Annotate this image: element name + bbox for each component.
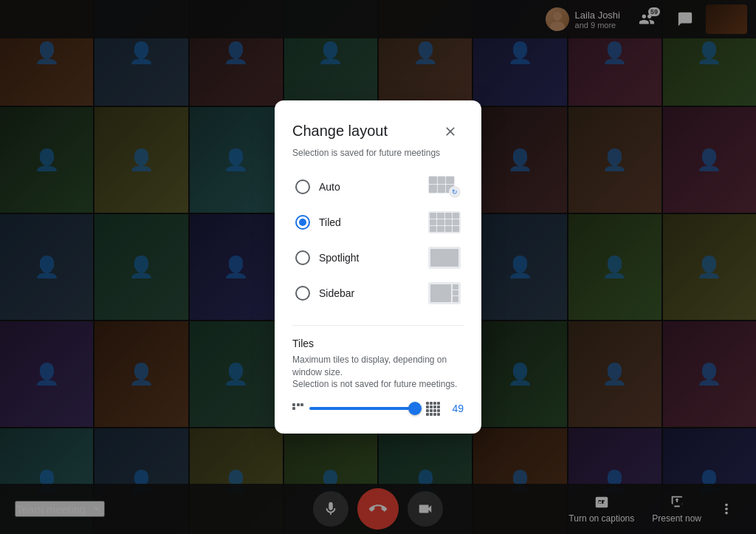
layout-options: Auto ↻ xyxy=(292,170,464,310)
auto-refresh-icon: ↻ xyxy=(449,186,461,198)
grid-dot xyxy=(297,403,300,406)
change-layout-modal: Change layout Selection is saved for fut… xyxy=(275,100,481,434)
grid-dot xyxy=(437,409,440,412)
preview-tile xyxy=(430,226,436,232)
grid-dot xyxy=(437,402,440,405)
modal-subtitle: Selection is saved for future meetings xyxy=(292,148,464,158)
preview-tile xyxy=(453,226,459,232)
layout-option-auto[interactable]: Auto ↻ xyxy=(292,170,464,204)
sidebar-main xyxy=(430,284,451,302)
preview-tile xyxy=(430,213,436,219)
grid-dot xyxy=(433,405,436,408)
preview-tile xyxy=(446,177,454,185)
preview-tile xyxy=(445,219,452,225)
grid-dot xyxy=(292,407,295,410)
tiles-description: Maximum tiles to display, depending on w… xyxy=(292,354,464,391)
grid-dot xyxy=(430,402,433,405)
layout-option-sidebar[interactable]: Sidebar xyxy=(292,276,464,310)
modal-close-button[interactable] xyxy=(437,118,464,145)
tiles-slider-container[interactable] xyxy=(309,401,420,416)
preview-tile xyxy=(437,219,444,225)
grid-dot xyxy=(300,403,303,406)
spotlight-preview xyxy=(428,247,461,269)
layout-label-auto: Auto xyxy=(319,181,340,193)
preview-tile xyxy=(453,213,459,219)
grid-dot xyxy=(426,413,429,416)
sidebar-strip-item xyxy=(453,290,458,295)
sidebar-preview xyxy=(428,282,461,304)
grid-dot xyxy=(437,405,440,408)
radio-sidebar xyxy=(295,286,310,301)
radio-auto xyxy=(295,179,310,194)
layout-option-spotlight[interactable]: Spotlight xyxy=(292,241,464,275)
preview-tile xyxy=(438,177,446,185)
sidebar-strip-item xyxy=(453,296,458,301)
grid-dot xyxy=(437,413,440,416)
grid-dot xyxy=(292,403,295,406)
layout-option-tiled[interactable]: Tiled xyxy=(292,205,464,239)
preview-tile xyxy=(453,219,459,225)
layout-option-left-tiled: Tiled xyxy=(295,215,341,230)
slider-min-icon xyxy=(292,403,303,414)
tiled-preview xyxy=(428,211,461,233)
sidebar-strip xyxy=(453,284,458,302)
slider-fill xyxy=(309,407,409,410)
grid-dot xyxy=(426,405,429,408)
modal-overlay: Change layout Selection is saved for fut… xyxy=(0,0,756,534)
preview-tile xyxy=(445,226,452,232)
slider-row: 49 xyxy=(292,401,464,416)
preview-tile xyxy=(437,213,444,219)
layout-label-sidebar: Sidebar xyxy=(319,287,354,299)
grid-dot xyxy=(433,402,436,405)
preview-tile xyxy=(429,177,437,185)
layout-option-left-sidebar: Sidebar xyxy=(295,286,354,301)
layout-label-spotlight: Spotlight xyxy=(319,252,359,264)
slider-track xyxy=(309,407,420,410)
divider xyxy=(292,325,464,326)
layout-option-left-spotlight: Spotlight xyxy=(295,250,359,265)
tiles-value: 49 xyxy=(446,403,464,414)
preview-tile xyxy=(437,226,444,232)
grid-dot xyxy=(430,405,433,408)
tiles-title: Tiles xyxy=(292,338,464,349)
grid-dot xyxy=(433,413,436,416)
grid-dot xyxy=(433,409,436,412)
spotlight-main xyxy=(430,249,458,267)
grid-dot xyxy=(430,409,433,412)
modal-title: Change layout xyxy=(292,123,388,140)
radio-spotlight xyxy=(295,250,310,265)
layout-option-left-auto: Auto xyxy=(295,179,340,194)
grid-dot xyxy=(426,409,429,412)
preview-tile xyxy=(430,219,436,225)
slider-thumb[interactable] xyxy=(408,402,422,415)
preview-tile xyxy=(429,185,437,193)
auto-preview: ↻ xyxy=(428,176,461,198)
sidebar-strip-item xyxy=(453,284,458,290)
radio-tiled-inner xyxy=(299,219,306,226)
grid-small xyxy=(292,403,303,414)
radio-tiled xyxy=(295,215,310,230)
preview-tile xyxy=(445,213,452,219)
modal-header: Change layout xyxy=(292,118,464,145)
grid-dot xyxy=(426,402,429,405)
grid-dot xyxy=(430,413,433,416)
preview-tile xyxy=(438,185,446,193)
slider-max-icon xyxy=(426,402,440,416)
layout-label-tiled: Tiled xyxy=(319,216,341,228)
